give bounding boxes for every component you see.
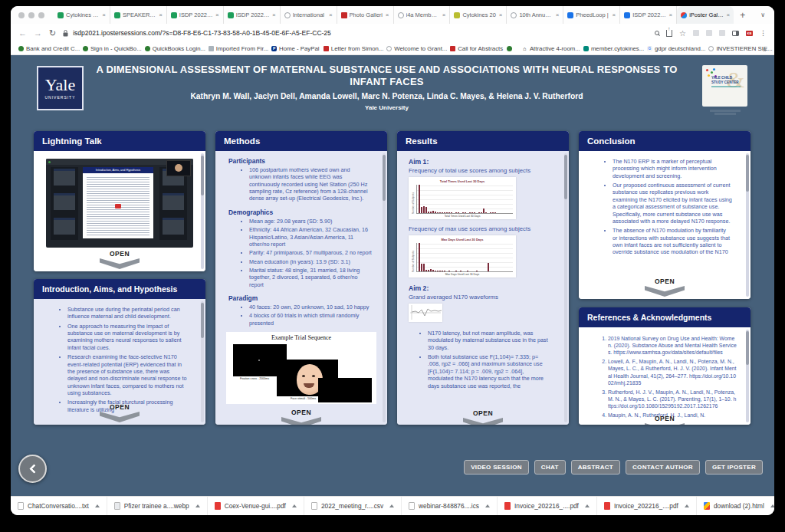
bookmark-item[interactable]: Home - PayPal: [271, 45, 315, 52]
references-header[interactable]: References & Acknowledgments: [579, 307, 751, 327]
chevron-up-icon[interactable]: [485, 504, 490, 507]
bookmark-item[interactable]: gdpr deutschland...: [647, 45, 700, 52]
tab-close-icon[interactable]: [613, 11, 616, 18]
side-panel-icon[interactable]: [732, 31, 739, 36]
download-item[interactable]: Invoice_202216_....pdf: [597, 497, 697, 515]
bookmark-item[interactable]: INVESTIEREN SIE...: [708, 45, 767, 52]
lightning-open-button[interactable]: OPEN: [34, 250, 205, 269]
methods-header[interactable]: Methods: [215, 131, 387, 151]
browser-tab[interactable]: 10th Annual M: [507, 6, 563, 24]
bookmark-label: Call for Abstracts: [458, 45, 503, 52]
browser-tab[interactable]: ISDP 2022 Hy: [620, 6, 677, 24]
chevron-up-icon[interactable]: [95, 504, 100, 507]
bookmark-item[interactable]: Bank and Credit C...: [18, 45, 74, 52]
methods-open-button[interactable]: OPEN: [215, 409, 387, 425]
panel-scrollbar[interactable]: [201, 303, 204, 338]
panel-scrollbar[interactable]: [201, 156, 204, 195]
download-item[interactable]: Pfizer trainee a....webp: [107, 497, 208, 515]
chevron-up-icon[interactable]: [389, 504, 394, 507]
new-tab-button[interactable]: [734, 10, 751, 21]
tab-label: PheedLoop |: [576, 11, 609, 18]
browser-tab[interactable]: PheedLoop |: [563, 6, 620, 24]
browser-tab[interactable]: International: [281, 6, 337, 24]
download-item[interactable]: ChatConversatio....txt: [11, 497, 107, 515]
chevron-up-icon[interactable]: [770, 504, 774, 507]
panel-scrollbar[interactable]: [746, 331, 749, 365]
download-item[interactable]: Coex-Venue-gui....pdf: [208, 497, 304, 515]
tab-close-icon[interactable]: [556, 11, 560, 18]
kb-extension-icon[interactable]: KB: [746, 31, 753, 36]
tab-close-icon[interactable]: [215, 11, 219, 18]
references-open-button[interactable]: OPEN: [579, 415, 751, 425]
gallery-back-button[interactable]: [18, 455, 47, 483]
bookmark-item[interactable]: Imported From Fir...: [209, 45, 263, 52]
footer-action-button[interactable]: CHAT: [534, 460, 566, 475]
share-icon[interactable]: [666, 30, 672, 37]
tab-close-icon[interactable]: [442, 11, 446, 18]
panel-scrollbar[interactable]: [564, 155, 567, 199]
bookmark-item[interactable]: Sign in - QuickBo...: [83, 45, 136, 52]
forward-button[interactable]: [34, 28, 42, 38]
tab-close-icon[interactable]: [726, 11, 730, 18]
download-item[interactable]: Invoice_202216_....pdf: [498, 497, 597, 515]
minimize-window-button[interactable]: [28, 12, 34, 18]
chevron-up-icon[interactable]: [292, 504, 297, 507]
maximize-window-button[interactable]: [38, 12, 44, 18]
bookmark-item[interactable]: Attractive 4-room...: [522, 45, 575, 52]
bookmarks-overflow-icon[interactable]: [763, 46, 767, 54]
introduction-header[interactable]: Introduction, Aims, and Hypothesis: [34, 279, 205, 299]
close-window-button[interactable]: [18, 12, 25, 18]
omnibox[interactable]: isdp2021.ipostersessions.com/?s=D8-F8-E6…: [63, 29, 648, 37]
browser-tab[interactable]: Cytokines 202: [54, 6, 110, 24]
download-item[interactable]: download (2).html: [697, 497, 774, 515]
browser-tab[interactable]: iPoster Gallery: [677, 6, 734, 24]
chevron-up-icon[interactable]: [685, 504, 689, 507]
lightning-talk-header[interactable]: Lightning Talk: [34, 131, 205, 151]
bookmark-item[interactable]: Welcome to Grant...: [386, 45, 442, 52]
reload-button[interactable]: [49, 28, 56, 38]
chevron-up-icon[interactable]: [195, 504, 200, 507]
browser-tab[interactable]: ISDP 2022 - A: [167, 6, 224, 24]
conclusion-header[interactable]: Conclusion: [579, 131, 751, 151]
bookmark-item[interactable]: [507, 46, 514, 51]
panel-scrollbar[interactable]: [746, 155, 749, 192]
search-icon[interactable]: [655, 31, 659, 35]
tab-close-icon[interactable]: [272, 11, 276, 18]
tab-close-icon[interactable]: [102, 11, 106, 18]
back-button[interactable]: [18, 28, 27, 38]
chevron-up-icon[interactable]: [585, 504, 590, 507]
tab-close-icon[interactable]: [329, 11, 333, 18]
browser-tab[interactable]: ISDP 2022 - A: [224, 6, 281, 24]
download-item[interactable]: webinar-848876....ics: [402, 497, 498, 515]
results-open-button[interactable]: OPEN: [397, 409, 569, 425]
tab-close-icon[interactable]: [386, 11, 389, 18]
footer-action-button[interactable]: VIDEO SESSION: [464, 460, 529, 475]
introduction-open-button[interactable]: OPEN: [34, 403, 205, 422]
lightning-talk-video-thumbnail[interactable]: Introduction, Aims, and Hypothesis: [46, 159, 193, 248]
footer-action-button[interactable]: ABSTRACT: [571, 460, 620, 475]
browser-tab[interactable]: Photo Galleri: [337, 6, 394, 24]
browser-tab[interactable]: SPEAKERS PR: [110, 6, 167, 24]
bookmark-item[interactable]: Letter from Simon...: [324, 45, 378, 52]
conclusion-open-button[interactable]: OPEN: [579, 277, 751, 297]
bookmark-item[interactable]: Call for Abstracts: [450, 45, 498, 52]
tab-close-icon[interactable]: [499, 11, 503, 18]
bookmark-star-icon[interactable]: [679, 29, 686, 38]
menu-dots-icon[interactable]: [760, 29, 767, 37]
footer-action-button[interactable]: GET IPOSTER: [705, 460, 763, 475]
browser-tab[interactable]: i4a Membersh: [394, 6, 451, 24]
tab-close-icon[interactable]: [159, 11, 163, 18]
footer-action-button[interactable]: CONTACT AUTHOR: [626, 460, 700, 475]
bookmark-item[interactable]: member.cytokines...: [583, 45, 639, 52]
extension-icon[interactable]: [719, 30, 725, 36]
tab-favicon-icon: [454, 12, 460, 18]
results-header[interactable]: Results: [397, 131, 569, 151]
extension-icon[interactable]: [693, 30, 699, 36]
bookmark-item[interactable]: QuickBooks Login...: [145, 45, 200, 52]
browser-tab[interactable]: Cytokines 20: [450, 6, 507, 24]
tab-search-chevron-icon[interactable]: [751, 11, 774, 18]
download-item[interactable]: 2022_meeting_r....csv: [304, 497, 402, 515]
panel-scrollbar[interactable]: [383, 155, 386, 201]
extension-icon[interactable]: [706, 30, 712, 36]
tab-close-icon[interactable]: [668, 11, 672, 18]
